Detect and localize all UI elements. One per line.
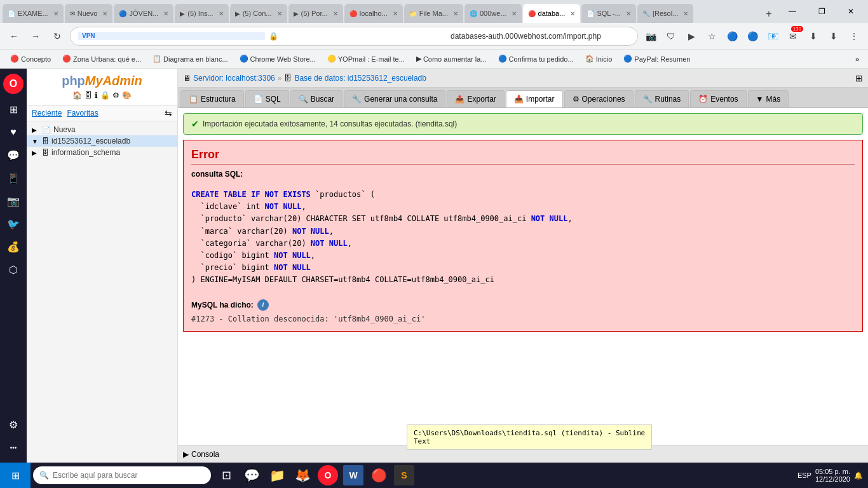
extension2-icon[interactable]: 🔵 — [743, 27, 761, 45]
bookmark-item[interactable]: 🔵Confirma tu pedido... — [493, 53, 579, 64]
bookmark-item[interactable]: 🔴Concepto — [5, 53, 56, 64]
browser-tab-12[interactable]: 🔧[Resol...✕ — [637, 4, 693, 23]
tab-close-icon[interactable]: ✕ — [393, 10, 398, 17]
play-icon[interactable]: ▶ — [682, 27, 700, 45]
pma-lock-icon[interactable]: 🔒 — [100, 91, 110, 100]
pma-tab-buscar[interactable]: 🔍Buscar — [290, 90, 342, 107]
forward-button[interactable]: → — [27, 27, 44, 45]
server-breadcrumb[interactable]: Servidor: localhost:3306 — [193, 74, 275, 83]
expand-icon[interactable]: ⊞ — [855, 73, 863, 83]
notification-icon[interactable]: 🔔 — [854, 471, 863, 480]
more-bookmarks-button[interactable]: » — [851, 54, 863, 64]
opera-logo[interactable]: O — [3, 74, 24, 94]
pma-tab-rutinas[interactable]: 🔧Rutinas — [635, 90, 689, 107]
browser-tab-3[interactable]: 🔵JÓVEN...✕ — [114, 4, 173, 23]
bookmark-item[interactable]: 🏠Inicio — [580, 53, 618, 64]
back-button[interactable]: ← — [5, 27, 23, 45]
taskbar-chat-icon[interactable]: 💬 — [241, 465, 262, 485]
bookmark-item[interactable]: 🔵PayPal: Resumen — [618, 53, 695, 64]
taskbar-search-input[interactable] — [53, 471, 205, 480]
tab-close-icon[interactable]: ✕ — [333, 10, 338, 17]
bookmark-item[interactable]: ▶Como aumentar la... — [411, 53, 492, 64]
pma-info-icon[interactable]: ℹ — [95, 91, 98, 100]
reciente-link[interactable]: Reciente — [32, 109, 62, 118]
menu-icon[interactable]: ⋮ — [845, 27, 863, 45]
tab-close-icon[interactable]: ✕ — [163, 10, 168, 17]
minimize-button[interactable]: — — [778, 0, 807, 23]
console-button[interactable]: Consola — [191, 450, 219, 459]
pma-collapse-icon[interactable]: ⇆ — [165, 108, 172, 118]
taskbar-search[interactable]: 🔍 — [33, 466, 211, 484]
bookmark-item[interactable]: 📋Diagrama en blanc... — [147, 53, 233, 64]
new-tab-button[interactable]: + — [760, 5, 778, 23]
tab-close-icon[interactable]: ✕ — [453, 10, 458, 17]
tree-expand-icon[interactable]: ▼ — [32, 138, 39, 145]
pma-tab-operaciones[interactable]: ⚙Operaciones — [564, 90, 634, 107]
browser-tab-1[interactable]: 📄EXAME...✕ — [3, 4, 64, 23]
bookmark-icon[interactable]: ☆ — [703, 27, 721, 45]
reload-button[interactable]: ↻ — [48, 27, 66, 45]
start-button[interactable]: ⊞ — [0, 463, 31, 488]
url-bar[interactable]: VPN 🔒 databases-auth.000webhost.com/impo… — [70, 27, 638, 46]
mysql-info-icon[interactable]: i — [257, 299, 269, 311]
maximize-button[interactable]: ❐ — [807, 0, 836, 23]
pma-tab-sql[interactable]: 📄SQL — [245, 90, 289, 107]
twitter-sidebar-icon[interactable]: 🐦 — [3, 214, 24, 234]
download1-icon[interactable]: ⬇ — [804, 27, 822, 45]
extension1-icon[interactable]: 🔵 — [723, 27, 741, 45]
browser-tab-6[interactable]: ▶(5) Por...✕ — [288, 4, 343, 23]
tab-close-icon[interactable]: ✕ — [102, 10, 107, 17]
screenshot-icon[interactable]: 📷 — [642, 27, 660, 45]
instagram-sidebar-icon[interactable]: 📷 — [3, 191, 24, 211]
db-tree-item[interactable]: ▶📄Nueva — [27, 124, 177, 135]
taskbar-word-icon[interactable]: W — [343, 465, 363, 485]
tab-close-icon[interactable]: ✕ — [512, 10, 517, 17]
taskbar-firefox-icon[interactable]: 🦊 — [292, 465, 313, 485]
tab-close-icon[interactable]: ✕ — [53, 10, 58, 17]
db-tree-item[interactable]: ▼🗄id15253612_escueladb — [27, 135, 177, 147]
browser-tab-7[interactable]: 🔴localho...✕ — [344, 4, 403, 23]
more-sidebar-icon[interactable]: ••• — [3, 437, 24, 458]
pma-settings-icon[interactable]: ⚙ — [112, 91, 119, 100]
tree-expand-icon[interactable]: ▶ — [32, 149, 39, 156]
pma-theme-icon[interactable]: 🎨 — [122, 91, 132, 100]
browser-tab-10[interactable]: 🔴databa...✕ — [523, 4, 581, 23]
messenger-sidebar-icon[interactable]: 💬 — [3, 145, 24, 165]
vr-sidebar-icon[interactable]: ⬡ — [3, 259, 24, 280]
tab-close-icon[interactable]: ✕ — [277, 10, 282, 17]
pma-tab-generar-una-consulta[interactable]: 🔧Generar una consulta — [344, 90, 445, 107]
taskbar-sublime-icon[interactable]: S — [394, 465, 414, 485]
tab-close-icon[interactable]: ✕ — [626, 10, 631, 17]
database-breadcrumb[interactable]: Base de datos: id15253612_escueladb — [294, 74, 426, 83]
taskbar-opera-icon[interactable]: O — [318, 465, 338, 485]
browser-tab-2[interactable]: ✉Nuevo✕ — [65, 4, 113, 23]
taskbar-icon6[interactable]: 🔴 — [369, 465, 389, 485]
pma-tab-eventos[interactable]: ⏰Eventos — [690, 90, 746, 107]
browser-tab-4[interactable]: ▶(5) Ins...✕ — [175, 4, 228, 23]
task-view-icon[interactable]: ⊡ — [216, 465, 236, 485]
tab-close-icon[interactable]: ✕ — [219, 10, 224, 17]
browser-tab-5[interactable]: ▶(5) Con...✕ — [230, 4, 287, 23]
pma-home-icon[interactable]: 🏠 — [72, 91, 82, 100]
bookmarks-sidebar-icon[interactable]: ♥ — [3, 122, 24, 142]
tabs-overview-icon[interactable]: ⊞ — [3, 99, 24, 119]
bookmark-item[interactable]: 🔴Zona Urbana: qué e... — [57, 53, 146, 64]
pma-db-icon[interactable]: 🗄 — [85, 91, 92, 100]
browser-tab-9[interactable]: 🌐000we...✕ — [465, 4, 522, 23]
pma-tab-más[interactable]: ▼Más — [748, 90, 789, 107]
whatsapp-sidebar-icon[interactable]: 📱 — [3, 168, 24, 188]
tree-expand-icon[interactable]: ▶ — [32, 126, 39, 133]
close-button[interactable]: ✕ — [836, 0, 865, 23]
download2-icon[interactable]: ⬇ — [825, 27, 843, 45]
taskbar-filemanager-icon[interactable]: 📁 — [267, 465, 287, 485]
pma-tab-exportar[interactable]: 📤Exportar — [447, 90, 504, 107]
shield-icon[interactable]: 🛡 — [662, 27, 680, 45]
bookmark-item[interactable]: 🟡YOPmail : E-mail te... — [322, 53, 410, 64]
pma-tab-estructura[interactable]: 📋Estructura — [180, 90, 244, 107]
bookmark-item[interactable]: 🔵Chrome Web Store... — [234, 53, 321, 64]
wallet-sidebar-icon[interactable]: 💰 — [3, 236, 24, 257]
pma-tab-importar[interactable]: 📥Importar — [506, 90, 563, 107]
favoritas-link[interactable]: Favoritas — [67, 109, 98, 118]
extension3-icon[interactable]: 📧 — [764, 27, 782, 45]
browser-tab-11[interactable]: 📄SQL -...✕ — [581, 4, 636, 23]
